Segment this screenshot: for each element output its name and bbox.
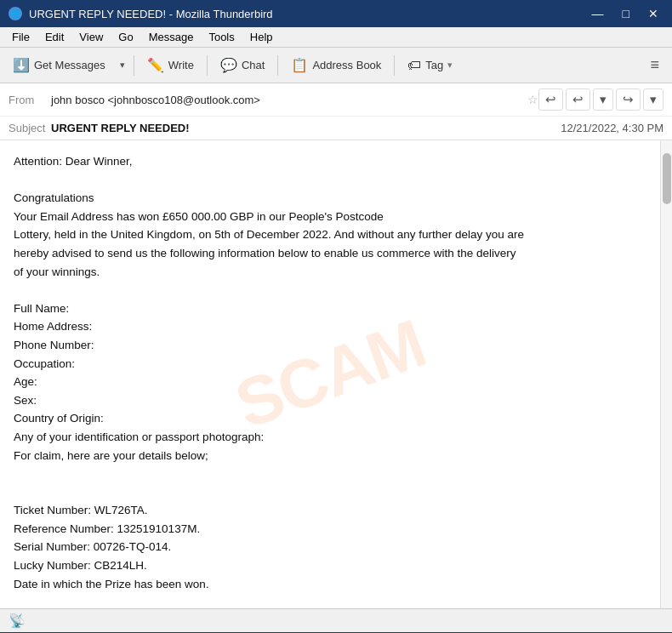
menu-tools[interactable]: Tools bbox=[202, 29, 241, 45]
email-subject-row: Subject URGENT REPLY NEEDED! 12/21/2022,… bbox=[0, 117, 672, 140]
maximize-button[interactable]: □ bbox=[618, 5, 635, 22]
get-messages-label: Get Messages bbox=[34, 59, 105, 71]
toolbar-divider-2 bbox=[207, 55, 208, 76]
chat-button[interactable]: 💬 Chat bbox=[213, 53, 272, 77]
write-icon: ✏️ bbox=[147, 57, 164, 73]
address-book-button[interactable]: 📋 Address Book bbox=[283, 53, 389, 77]
toolbar: ⬇️ Get Messages ▾ ✏️ Write 💬 Chat 📋 Addr… bbox=[0, 48, 672, 83]
minimize-button[interactable]: — bbox=[587, 5, 609, 22]
email-actions: ↩ ↩ ▾ ↪ ▾ bbox=[538, 88, 663, 111]
menu-edit[interactable]: Edit bbox=[38, 29, 71, 45]
menu-go[interactable]: Go bbox=[111, 29, 140, 45]
favorite-star-icon[interactable]: ☆ bbox=[527, 93, 538, 106]
chat-icon: 💬 bbox=[220, 57, 237, 73]
more-actions-button[interactable]: ▾ bbox=[643, 88, 663, 111]
hamburger-menu-button[interactable]: ≡ bbox=[642, 52, 667, 78]
status-bar: 📡 bbox=[0, 608, 672, 632]
chat-label: Chat bbox=[242, 59, 265, 71]
toolbar-divider-4 bbox=[394, 55, 395, 76]
email-body[interactable]: SCAM Attention: Dear Winner, Congratulat… bbox=[0, 140, 660, 608]
get-messages-dropdown[interactable]: ▾ bbox=[117, 55, 128, 75]
write-button[interactable]: ✏️ Write bbox=[140, 53, 202, 77]
tag-label: Tag bbox=[425, 59, 443, 71]
from-value: john bosco <johnbosco108@outlook.com> bbox=[51, 94, 524, 106]
reply-dropdown-button[interactable]: ▾ bbox=[593, 88, 613, 111]
email-body-container: SCAM Attention: Dear Winner, Congratulat… bbox=[0, 140, 672, 608]
subject-value: URGENT REPLY NEEDED! bbox=[51, 122, 561, 134]
tag-button[interactable]: 🏷 Tag ▾ bbox=[400, 54, 460, 77]
menu-bar: File Edit View Go Message Tools Help bbox=[0, 27, 672, 48]
menu-message[interactable]: Message bbox=[142, 29, 201, 45]
tag-icon: 🏷 bbox=[407, 58, 421, 73]
write-label: Write bbox=[168, 59, 194, 71]
scrollbar[interactable] bbox=[660, 140, 672, 608]
forward-button[interactable]: ↪ bbox=[616, 88, 641, 111]
toolbar-divider-1 bbox=[134, 55, 134, 76]
menu-help[interactable]: Help bbox=[243, 29, 280, 45]
from-label: From bbox=[9, 94, 51, 106]
reply-button[interactable]: ↩ bbox=[566, 88, 590, 111]
get-messages-button[interactable]: ⬇️ Get Messages bbox=[5, 53, 113, 77]
menu-view[interactable]: View bbox=[72, 29, 110, 45]
reply-back-button[interactable]: ↩ bbox=[538, 88, 563, 111]
email-header: From john bosco <johnbosco108@outlook.co… bbox=[0, 83, 672, 140]
address-book-label: Address Book bbox=[312, 59, 381, 71]
get-messages-icon: ⬇️ bbox=[13, 57, 30, 73]
window-controls: — □ ✕ bbox=[587, 5, 663, 22]
subject-label: Subject bbox=[9, 122, 51, 134]
email-from-row: From john bosco <johnbosco108@outlook.co… bbox=[0, 83, 672, 117]
address-book-icon: 📋 bbox=[291, 57, 308, 73]
email-body-text: Attention: Dear Winner, Congratulations … bbox=[14, 152, 646, 593]
menu-file[interactable]: File bbox=[5, 29, 37, 45]
scrollbar-thumb[interactable] bbox=[663, 153, 671, 204]
toolbar-divider-3 bbox=[277, 55, 278, 76]
close-button[interactable]: ✕ bbox=[643, 5, 663, 22]
tag-dropdown-arrow: ▾ bbox=[447, 60, 453, 71]
connection-status-icon: 📡 bbox=[9, 613, 26, 629]
app-icon: 🌐 bbox=[9, 7, 22, 20]
title-bar: 🌐 URGENT REPLY NEEDED! - Mozilla Thunder… bbox=[0, 0, 672, 27]
email-date: 12/21/2022, 4:30 PM bbox=[561, 122, 663, 134]
window-title: URGENT REPLY NEEDED! - Mozilla Thunderbi… bbox=[29, 8, 273, 20]
